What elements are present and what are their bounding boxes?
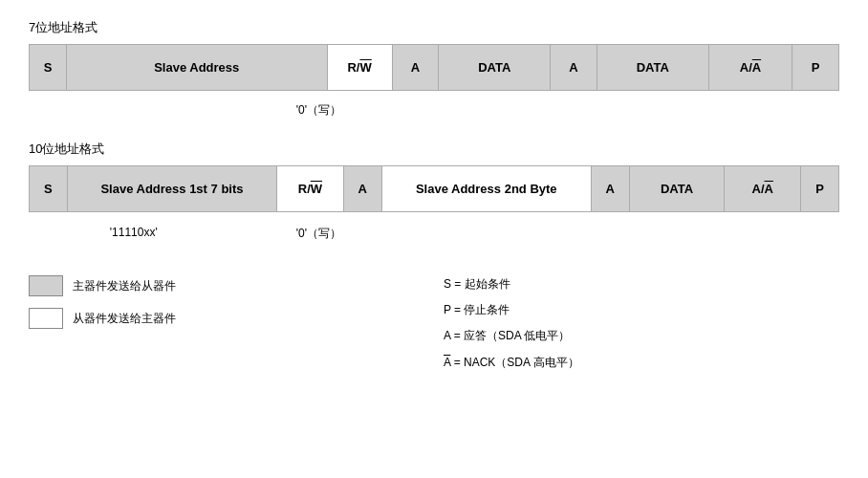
annotation-7bit: '0'（写） <box>296 102 341 119</box>
legend-dark-text: 主器件发送给从器件 <box>73 278 176 294</box>
cell-p-10bit: P <box>801 166 839 212</box>
legend-box-white <box>29 308 63 329</box>
10bit-title: 10位地址格式 <box>29 141 839 158</box>
cell-slave-addr2-10bit: Slave Address 2nd Byte <box>381 166 591 212</box>
legend-section: 主器件发送给从器件 从器件发送给主器件 S = 起始条件 P = 停止条件 A … <box>29 275 839 372</box>
cell-s-10bit: S <box>30 166 68 212</box>
legend-nack: A = NACK（SDA 高电平） <box>444 354 839 372</box>
legend-item-white: 从器件发送给主器件 <box>29 308 424 329</box>
10bit-table: S Slave Address 1st 7 bits R/W A Slave A… <box>29 165 839 212</box>
cell-a1-10bit: A <box>343 166 381 212</box>
legend-right: S = 起始条件 P = 停止条件 A = 应答（SDA 低电平） A = NA… <box>424 275 839 372</box>
annotation-10bit-1: '11110xx' <box>110 226 158 239</box>
cell-aa-10bit: A/A <box>725 166 801 212</box>
cell-aa-7bit: A/A <box>708 45 792 91</box>
cell-a2-10bit: A <box>591 166 629 212</box>
7bit-table: S Slave Address R/W A DATA A DATA A/A P <box>29 44 839 91</box>
cell-a1-7bit: A <box>392 45 439 91</box>
diagram-7bit-section: 7位地址格式 S Slave Address R/W A DATA A DATA… <box>29 19 839 131</box>
legend-left: 主器件发送给从器件 从器件发送给主器件 <box>29 275 424 372</box>
cell-slave-addr-7bit: Slave Address <box>66 45 327 91</box>
cell-data2-7bit: DATA <box>597 45 708 91</box>
legend-s: S = 起始条件 <box>444 275 839 293</box>
cell-data1-7bit: DATA <box>439 45 551 91</box>
legend-item-dark: 主器件发送给从器件 <box>29 275 424 296</box>
diagram-10bit-section: 10位地址格式 S Slave Address 1st 7 bits R/W A… <box>29 141 839 256</box>
7bit-title: 7位地址格式 <box>29 19 839 36</box>
cell-rw-10bit: R/W <box>277 166 344 212</box>
legend-box-dark <box>29 275 63 296</box>
cell-slave-addr1-10bit: Slave Address 1st 7 bits <box>67 166 276 212</box>
legend-p: P = 停止条件 <box>444 301 839 319</box>
cell-p-7bit: P <box>792 45 839 91</box>
legend-a: A = 应答（SDA 低电平） <box>444 327 839 345</box>
annotation-10bit-2: '0'（写） <box>296 226 341 242</box>
cell-a2-7bit: A <box>551 45 597 91</box>
cell-s-7bit: S <box>30 45 67 91</box>
cell-rw-7bit: R/W <box>327 45 392 91</box>
legend-white-text: 从器件发送给主器件 <box>73 311 176 327</box>
cell-data-10bit: DATA <box>629 166 725 212</box>
